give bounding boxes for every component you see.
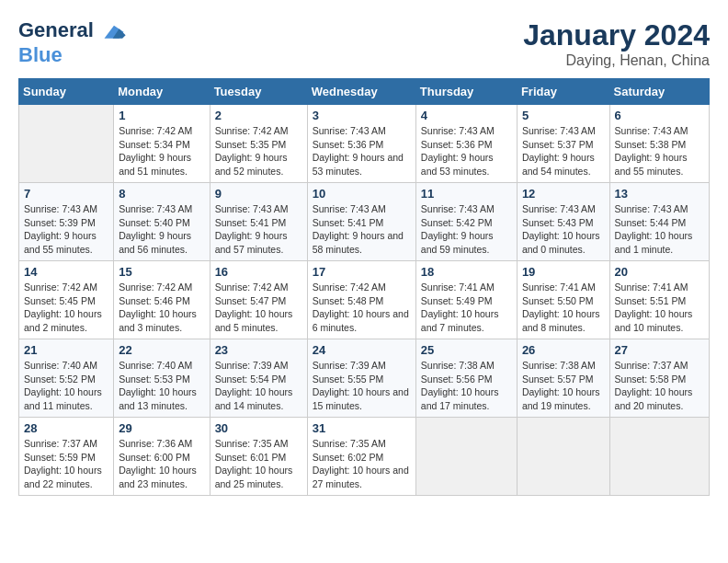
day-number: 20 (615, 265, 704, 279)
day-number: 25 (421, 343, 512, 357)
month-title: January 2024 (523, 18, 710, 52)
calendar-cell (609, 418, 709, 496)
day-info: Sunrise: 7:39 AMSunset: 5:55 PMDaylight:… (313, 359, 411, 413)
weekday-header-wednesday: Wednesday (307, 79, 415, 105)
day-info: Sunrise: 7:39 AMSunset: 5:54 PMDaylight:… (215, 359, 302, 413)
weekday-header-sunday: Sunday (19, 79, 114, 105)
weekday-header-monday: Monday (114, 79, 210, 105)
day-info: Sunrise: 7:35 AMSunset: 6:02 PMDaylight:… (313, 437, 411, 491)
day-number: 26 (522, 343, 605, 357)
day-number: 24 (313, 343, 411, 357)
day-info: Sunrise: 7:43 AMSunset: 5:37 PMDaylight:… (522, 124, 605, 178)
title-block: January 2024 Daying, Henan, China (523, 18, 710, 69)
week-row-2: 7Sunrise: 7:43 AMSunset: 5:39 PMDaylight… (19, 183, 710, 261)
day-number: 28 (24, 421, 108, 435)
day-info: Sunrise: 7:43 AMSunset: 5:39 PMDaylight:… (24, 202, 108, 257)
day-info: Sunrise: 7:42 AMSunset: 5:46 PMDaylight:… (119, 281, 204, 335)
calendar-cell: 2Sunrise: 7:42 AMSunset: 5:35 PMDaylight… (210, 105, 307, 183)
day-number: 15 (119, 265, 204, 279)
day-info: Sunrise: 7:40 AMSunset: 5:53 PMDaylight:… (119, 359, 204, 413)
day-info: Sunrise: 7:37 AMSunset: 5:59 PMDaylight:… (24, 437, 108, 491)
day-number: 11 (421, 187, 512, 201)
day-number: 8 (119, 187, 204, 201)
weekday-header-thursday: Thursday (415, 79, 517, 105)
week-row-5: 28Sunrise: 7:37 AMSunset: 5:59 PMDayligh… (19, 418, 710, 496)
day-info: Sunrise: 7:38 AMSunset: 5:57 PMDaylight:… (522, 359, 605, 413)
day-number: 7 (24, 187, 108, 201)
calendar-cell: 9Sunrise: 7:43 AMSunset: 5:41 PMDaylight… (210, 183, 307, 261)
logo-line2: Blue (18, 44, 127, 66)
day-number: 22 (119, 343, 204, 357)
day-number: 16 (215, 265, 302, 279)
day-info: Sunrise: 7:43 AMSunset: 5:44 PMDaylight:… (615, 202, 704, 257)
day-number: 13 (615, 187, 704, 201)
weekday-header-friday: Friday (517, 79, 609, 105)
calendar-cell: 21Sunrise: 7:40 AMSunset: 5:52 PMDayligh… (19, 339, 114, 418)
calendar-cell: 15Sunrise: 7:42 AMSunset: 5:46 PMDayligh… (114, 261, 210, 339)
day-info: Sunrise: 7:43 AMSunset: 5:36 PMDaylight:… (313, 124, 411, 178)
day-info: Sunrise: 7:38 AMSunset: 5:56 PMDaylight:… (421, 359, 512, 413)
calendar-cell: 19Sunrise: 7:41 AMSunset: 5:50 PMDayligh… (517, 261, 609, 339)
calendar-cell (517, 418, 609, 496)
day-info: Sunrise: 7:43 AMSunset: 5:41 PMDaylight:… (313, 202, 411, 257)
day-number: 2 (215, 109, 302, 122)
day-info: Sunrise: 7:42 AMSunset: 5:45 PMDaylight:… (24, 281, 108, 335)
day-info: Sunrise: 7:41 AMSunset: 5:50 PMDaylight:… (522, 281, 605, 335)
calendar-cell: 10Sunrise: 7:43 AMSunset: 5:41 PMDayligh… (307, 183, 415, 261)
calendar-cell: 13Sunrise: 7:43 AMSunset: 5:44 PMDayligh… (609, 183, 709, 261)
calendar-cell: 8Sunrise: 7:43 AMSunset: 5:40 PMDaylight… (114, 183, 210, 261)
calendar-cell: 20Sunrise: 7:41 AMSunset: 5:51 PMDayligh… (609, 261, 709, 339)
weekday-header-saturday: Saturday (609, 79, 709, 105)
day-number: 1 (119, 109, 204, 122)
calendar-cell: 23Sunrise: 7:39 AMSunset: 5:54 PMDayligh… (210, 339, 307, 418)
day-info: Sunrise: 7:43 AMSunset: 5:36 PMDaylight:… (421, 124, 512, 178)
calendar-cell: 6Sunrise: 7:43 AMSunset: 5:38 PMDaylight… (609, 105, 709, 183)
day-info: Sunrise: 7:35 AMSunset: 6:01 PMDaylight:… (215, 437, 302, 491)
calendar-cell: 4Sunrise: 7:43 AMSunset: 5:36 PMDaylight… (415, 105, 517, 183)
week-row-3: 14Sunrise: 7:42 AMSunset: 5:45 PMDayligh… (19, 261, 710, 339)
calendar-table: SundayMondayTuesdayWednesdayThursdayFrid… (18, 78, 710, 496)
day-info: Sunrise: 7:40 AMSunset: 5:52 PMDaylight:… (24, 359, 108, 413)
day-number: 14 (24, 265, 108, 279)
logo-line1: General (18, 18, 127, 44)
day-info: Sunrise: 7:41 AMSunset: 5:49 PMDaylight:… (421, 281, 512, 335)
day-number: 10 (313, 187, 411, 201)
week-row-1: 1Sunrise: 7:42 AMSunset: 5:34 PMDaylight… (19, 105, 710, 183)
day-info: Sunrise: 7:36 AMSunset: 6:00 PMDaylight:… (119, 437, 204, 491)
day-number: 19 (522, 265, 605, 279)
day-number: 6 (615, 109, 704, 122)
day-number: 23 (215, 343, 302, 357)
day-number: 3 (313, 109, 411, 122)
calendar-cell: 3Sunrise: 7:43 AMSunset: 5:36 PMDaylight… (307, 105, 415, 183)
day-info: Sunrise: 7:37 AMSunset: 5:58 PMDaylight:… (615, 359, 704, 413)
calendar-cell: 14Sunrise: 7:42 AMSunset: 5:45 PMDayligh… (19, 261, 114, 339)
day-number: 21 (24, 343, 108, 357)
calendar-cell (19, 105, 114, 183)
calendar-cell: 12Sunrise: 7:43 AMSunset: 5:43 PMDayligh… (517, 183, 609, 261)
day-info: Sunrise: 7:43 AMSunset: 5:41 PMDaylight:… (215, 202, 302, 257)
day-number: 30 (215, 421, 302, 435)
calendar-cell: 26Sunrise: 7:38 AMSunset: 5:57 PMDayligh… (517, 339, 609, 418)
day-info: Sunrise: 7:43 AMSunset: 5:42 PMDaylight:… (421, 202, 512, 257)
day-number: 27 (615, 343, 704, 357)
weekday-header-tuesday: Tuesday (210, 79, 307, 105)
calendar-cell: 27Sunrise: 7:37 AMSunset: 5:58 PMDayligh… (609, 339, 709, 418)
logo: General Blue (18, 18, 127, 66)
day-number: 17 (313, 265, 411, 279)
day-info: Sunrise: 7:43 AMSunset: 5:38 PMDaylight:… (615, 124, 704, 178)
calendar-cell: 28Sunrise: 7:37 AMSunset: 5:59 PMDayligh… (19, 418, 114, 496)
day-number: 4 (421, 109, 512, 122)
header: General Blue January 2024 Daying, Henan,… (18, 18, 710, 69)
day-info: Sunrise: 7:42 AMSunset: 5:48 PMDaylight:… (313, 281, 411, 335)
day-info: Sunrise: 7:42 AMSunset: 5:34 PMDaylight:… (119, 124, 204, 178)
calendar-cell: 25Sunrise: 7:38 AMSunset: 5:56 PMDayligh… (415, 339, 517, 418)
calendar-cell: 29Sunrise: 7:36 AMSunset: 6:00 PMDayligh… (114, 418, 210, 496)
day-number: 5 (522, 109, 605, 122)
location-subtitle: Daying, Henan, China (523, 52, 710, 69)
day-number: 29 (119, 421, 204, 435)
week-row-4: 21Sunrise: 7:40 AMSunset: 5:52 PMDayligh… (19, 339, 710, 418)
day-info: Sunrise: 7:43 AMSunset: 5:43 PMDaylight:… (522, 202, 605, 257)
calendar-cell: 24Sunrise: 7:39 AMSunset: 5:55 PMDayligh… (307, 339, 415, 418)
calendar-cell: 31Sunrise: 7:35 AMSunset: 6:02 PMDayligh… (307, 418, 415, 496)
calendar-cell: 22Sunrise: 7:40 AMSunset: 5:53 PMDayligh… (114, 339, 210, 418)
